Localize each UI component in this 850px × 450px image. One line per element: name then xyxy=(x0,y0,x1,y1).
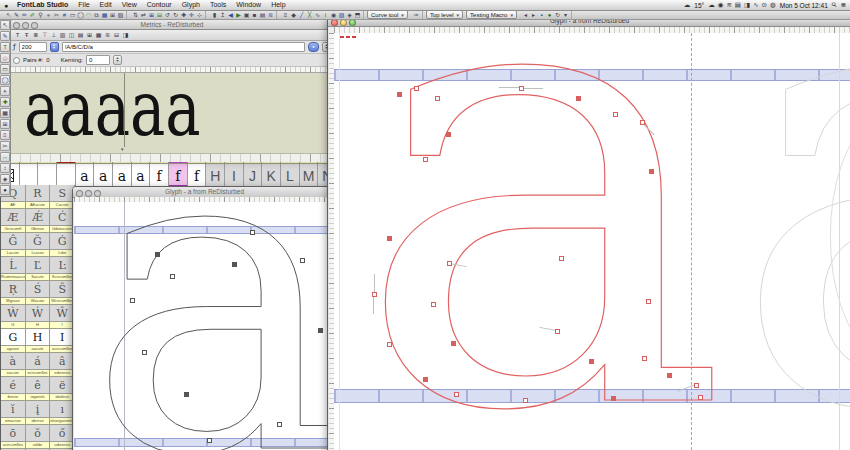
metrics-toolbar-icon[interactable]: ⊥ xyxy=(50,31,57,39)
glyph-cell-D[interactable]: a xyxy=(132,164,151,188)
glyph-cell[interactable]: á xyxy=(26,353,51,370)
toolbar-icon[interactable]: ▣ xyxy=(243,11,250,19)
toolbar-icon[interactable]: ⬒ xyxy=(354,11,361,19)
curve-node[interactable] xyxy=(642,356,647,361)
curve-node[interactable] xyxy=(589,359,594,364)
curve-node[interactable] xyxy=(447,261,452,266)
toolbar-dropdown-curve-tool[interactable]: Curve tool▾ xyxy=(367,10,408,19)
fan-icon[interactable]: ◉ xyxy=(718,0,724,10)
palette-tool-icon[interactable]: ▦ xyxy=(0,108,10,118)
glyph-canvas-front[interactable]: a o a xyxy=(334,33,850,450)
glyph-cell[interactable]: à xyxy=(1,353,26,370)
glyph-cell-E[interactable]: f xyxy=(150,164,169,188)
toolbar-icon[interactable]: ↺ xyxy=(164,11,171,19)
toolbar-dropdown-top-level[interactable]: Top level▾ xyxy=(426,10,463,19)
toolbar-icon[interactable]: ≡ xyxy=(282,11,289,19)
string-field[interactable] xyxy=(62,42,305,52)
palette-tool-icon[interactable]: ◈ xyxy=(0,174,10,184)
curve-node[interactable] xyxy=(397,92,402,97)
metrics-toolbar-icon[interactable]: ⊟ xyxy=(113,31,120,39)
glyph-canvas-back[interactable]: a xyxy=(74,202,335,450)
curve-node[interactable] xyxy=(649,169,654,174)
glyph-mode-icon[interactable]: ƒ xyxy=(13,43,16,51)
metrics-bottom-ruler[interactable] xyxy=(10,154,334,162)
toolbar-icon[interactable]: ◈ xyxy=(346,11,353,19)
toolbar-icon[interactable]: ╳ xyxy=(306,11,313,19)
metrics-toolbar-icon[interactable]: ▥ xyxy=(59,31,66,39)
toolbar-icon[interactable]: ∿ xyxy=(314,11,321,19)
palette-tool-icon[interactable]: ● xyxy=(0,185,10,195)
toolbar-icon[interactable]: ◉ xyxy=(330,11,337,19)
glyph-cell[interactable]: Æ xyxy=(1,209,26,226)
toolbar-icon[interactable]: ◠ xyxy=(85,11,92,19)
menu-item-window[interactable]: Window xyxy=(231,0,266,10)
curve-node[interactable] xyxy=(130,298,135,303)
eject-icon[interactable]: ⊙ xyxy=(762,0,767,10)
metrics-toolbar-icon[interactable]: ⊞ xyxy=(86,31,93,39)
toolbar-icon[interactable]: ✛ xyxy=(188,11,195,19)
toolbar-icon[interactable]: ✎ xyxy=(13,11,20,19)
menu-item-glyph[interactable]: Glyph xyxy=(177,0,205,10)
glyph-header-Wgrave[interactable]: Wgrave xyxy=(1,298,26,305)
glyph-cell-H[interactable]: H xyxy=(206,164,225,188)
menu-item-help[interactable]: Help xyxy=(266,0,290,10)
metrics-toolbar-icon[interactable]: ≋ xyxy=(104,31,111,39)
metrics-toolbar-icon[interactable]: ≣ xyxy=(32,31,39,39)
toolbar-icon[interactable]: # xyxy=(61,11,68,19)
toolbar-icon[interactable]: ◯ xyxy=(77,11,84,19)
glyph-cell[interactable]: Ś xyxy=(26,281,51,298)
toolbar-icon[interactable]: ↖ xyxy=(5,11,12,19)
metrics-toolbar-icon[interactable]: ◫ xyxy=(68,31,75,39)
curve-node[interactable] xyxy=(414,86,419,91)
glyph-header-Gcircumfl[interactable]: Gcircumfl xyxy=(1,226,26,233)
glyph-cell-G[interactable]: f xyxy=(188,164,207,188)
glyph-header-Lacute[interactable]: Lacute xyxy=(1,250,26,257)
curve-node[interactable] xyxy=(640,120,645,125)
palette-tool-icon[interactable]: ↕ xyxy=(0,163,10,173)
curve-node[interactable] xyxy=(435,96,440,101)
toolbar-icon[interactable]: ↻ xyxy=(554,11,561,19)
curve-node[interactable] xyxy=(142,350,147,355)
kerning-field[interactable] xyxy=(86,55,110,65)
toolbar-icon[interactable]: ↥ xyxy=(219,11,226,19)
pairs-radio[interactable] xyxy=(13,57,20,64)
toolbar-icon[interactable]: ▾ xyxy=(562,11,569,19)
glyph-cell-J[interactable]: J xyxy=(244,164,263,188)
glyph-cell[interactable]: ĭ xyxy=(1,401,26,418)
apple-menu-icon[interactable]: ● xyxy=(0,2,12,9)
curve-node[interactable] xyxy=(559,256,564,261)
curve-node[interactable] xyxy=(232,262,237,267)
toolbar-icon[interactable]: ⊹ xyxy=(196,11,203,19)
signal-icon[interactable]: ∿ xyxy=(753,0,758,10)
glyph-cell-F[interactable]: f xyxy=(169,164,188,188)
glyph-header-Rcommaaccent[interactable]: Rcommaaccent xyxy=(1,274,26,281)
glyph-cell[interactable]: Ǽ xyxy=(26,209,51,226)
glyph-cell[interactable]: Ĺ xyxy=(1,257,26,274)
glyph-header-eacute[interactable]: eacute xyxy=(1,370,26,377)
curve-node[interactable] xyxy=(207,438,212,443)
curve-node[interactable] xyxy=(451,341,456,346)
cloud-icon[interactable]: ☁ xyxy=(708,0,715,10)
toolbar-icon[interactable]: ≀ xyxy=(322,11,329,19)
glyph-header-iogonek[interactable]: iogonek xyxy=(26,394,51,401)
curve-node[interactable] xyxy=(519,86,524,91)
toolbar-icon[interactable]: ▶ xyxy=(235,11,242,19)
sync-icon[interactable]: ◍ xyxy=(770,0,776,10)
menu-item-edit[interactable]: Edit xyxy=(95,0,117,10)
glyph-header-ucircumflex[interactable]: ucircumflex xyxy=(1,442,26,449)
apply-button[interactable]: ● xyxy=(308,42,319,52)
toolbar-icon[interactable]: ✏ xyxy=(21,11,28,19)
palette-tool-icon[interactable]: ✎ xyxy=(0,31,10,41)
metrics-toolbar-icon[interactable]: T xyxy=(14,31,21,39)
toolbar-icon[interactable]: ✑ xyxy=(413,11,420,19)
toolbar-icon[interactable]: ↻ xyxy=(172,11,179,19)
toolbar-icon[interactable]: ⊟ xyxy=(156,11,163,19)
glyph-header-Lcaron[interactable]: Lcaron xyxy=(26,250,51,257)
glyph-cell-B[interactable]: a xyxy=(94,164,113,188)
menu-item-file[interactable]: File xyxy=(73,0,94,10)
glyph-header-Wacute[interactable]: Wacute xyxy=(26,298,51,305)
glyph-cell[interactable]: į xyxy=(26,401,51,418)
glyph-header-ecircumflex[interactable]: ecircumflex xyxy=(26,370,51,377)
curve-node[interactable] xyxy=(372,292,377,297)
glyph-cell[interactable]: ê xyxy=(26,377,51,394)
